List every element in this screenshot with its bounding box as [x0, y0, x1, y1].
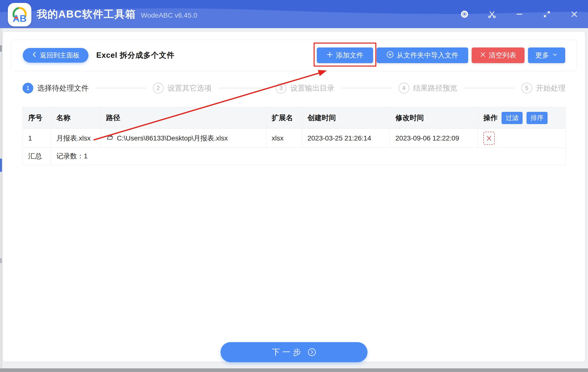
cell-name: 月报表.xlsx	[51, 129, 101, 148]
app-title: 我的ABC软件工具箱	[37, 7, 136, 21]
col-header-created: 创建时间	[302, 107, 390, 129]
step-4-result-preview: 4 结果路径预览	[399, 83, 457, 93]
cell-created: 2023-03-25 21:26:14	[302, 129, 390, 148]
step-2-circle: 2	[153, 83, 164, 93]
table-summary-row: 汇总 记录数：1	[23, 148, 566, 165]
x-icon	[480, 51, 486, 59]
cell-ops	[478, 129, 566, 148]
import-from-folder-label: 从文件夹中导入文件	[397, 51, 458, 60]
circle-arrow-right-icon	[307, 348, 316, 357]
scissors-icon[interactable]	[488, 10, 496, 19]
col-header-name: 名称	[51, 107, 101, 129]
step-1-circle: 1	[23, 83, 33, 93]
page-title: Excel 拆分成多个文件	[96, 50, 175, 60]
cell-path: C:\Users\86133\Desktop\月报表.xlsx	[101, 129, 266, 148]
summary-label: 汇总	[23, 148, 51, 165]
col-header-path: 路径	[101, 107, 266, 129]
folder-open-icon	[106, 134, 113, 143]
more-button-label: 更多	[535, 51, 549, 60]
settings-icon[interactable]	[460, 10, 469, 19]
next-step-button[interactable]: 下一步	[220, 342, 368, 362]
background-window-sliver	[0, 28, 2, 372]
step-1-select-files: 1 选择待处理文件	[23, 83, 89, 93]
cell-no: 1	[23, 129, 51, 148]
file-table: 序号 名称 路径 扩展名 创建时间 修改时间 操作 过滤 排序 1 月报表.xl…	[23, 107, 566, 165]
table-row: 1 月报表.xlsx C:\Users\86133\Desktop\月报表.xl…	[23, 129, 566, 148]
chevron-down-icon	[552, 51, 558, 59]
minimize-icon[interactable]	[515, 10, 524, 19]
next-step-label: 下一步	[272, 347, 304, 358]
add-files-button[interactable]: 添加文件	[317, 47, 373, 63]
step-2-other-options: 2 设置其它选项	[153, 83, 212, 93]
app-logo: AB	[8, 3, 31, 26]
table-header-row: 序号 名称 路径 扩展名 创建时间 修改时间 操作 过滤 排序	[23, 107, 566, 129]
back-to-main-button[interactable]: 返回到主面板	[23, 48, 88, 63]
logo-letters: AB	[13, 13, 27, 24]
col-header-ext: 扩展名	[266, 107, 302, 129]
filter-button[interactable]: 过滤	[502, 112, 523, 124]
back-button-label: 返回到主面板	[40, 51, 80, 60]
step-5-start-processing: 5 开始处理	[521, 83, 565, 93]
clear-list-label: 清空列表	[489, 51, 516, 60]
app-version: WodeABC v6.45.0	[141, 12, 197, 19]
step-5-circle: 5	[521, 83, 532, 93]
sort-button[interactable]: 排序	[527, 112, 548, 124]
cell-ext: xlsx	[266, 129, 302, 148]
step-3-circle: 3	[276, 83, 286, 93]
clear-list-button[interactable]: 清空列表	[472, 47, 525, 63]
plus-icon	[327, 51, 333, 59]
col-header-modified: 修改时间	[390, 107, 478, 129]
col-header-no: 序号	[23, 107, 51, 129]
titlebar: AB 我的ABC软件工具箱 WodeABC v6.45.0	[0, 0, 588, 28]
add-files-label: 添加文件	[336, 51, 363, 60]
circle-plus-icon	[386, 51, 394, 60]
summary-value: 记录数：1	[51, 148, 566, 165]
back-chevron-icon	[32, 51, 37, 59]
toolbar-panel: 返回到主面板 Excel 拆分成多个文件 添加文件 从文件夹中导入文件 清空列表…	[11, 40, 577, 71]
window-bottom-edge	[0, 368, 588, 372]
col-header-ops: 操作 过滤 排序	[478, 107, 566, 129]
delete-row-button[interactable]	[483, 132, 495, 145]
import-from-folder-button[interactable]: 从文件夹中导入文件	[377, 47, 468, 63]
step-3-output-dir: 3 设置输出目录	[276, 83, 334, 93]
cell-modified: 2023-09-06 12:22:09	[390, 129, 478, 148]
more-button[interactable]: 更多	[528, 47, 565, 63]
main-panel	[3, 32, 585, 362]
close-icon[interactable]	[570, 10, 579, 19]
maximize-icon[interactable]	[542, 10, 551, 19]
step-4-circle: 4	[399, 83, 409, 93]
step-indicator: 1 选择待处理文件 2 设置其它选项 3 设置输出目录 4 结果路径预览 5 开…	[23, 82, 565, 94]
